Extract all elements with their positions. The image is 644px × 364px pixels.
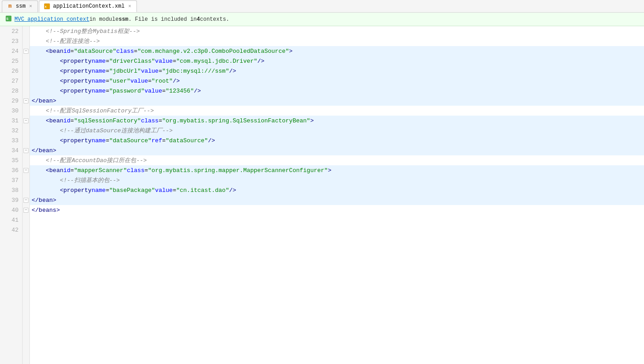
info-text-3: contexts. bbox=[200, 16, 230, 23]
fold-gutter-25 bbox=[23, 56, 29, 66]
line-num-37: 37 bbox=[0, 175, 22, 185]
line-num-35: 35 bbox=[0, 155, 22, 165]
fold-gutter-27 bbox=[23, 76, 29, 86]
fold-gutter-37 bbox=[23, 175, 29, 185]
fold-gutter-39[interactable]: − bbox=[23, 195, 29, 205]
line-num-30: 30 bbox=[0, 106, 22, 116]
code-line-35: <!--配置AccountDao接口所在包--> bbox=[30, 155, 644, 165]
code-area[interactable]: <!--Spring整合Mybatis框架--> <!--配置连接池--> <b… bbox=[30, 26, 644, 364]
line-num-38: 38 bbox=[0, 185, 22, 195]
code-line-28: <property name="password" value="123456"… bbox=[30, 86, 644, 96]
code-line-25: <property name="driverClass" value="com.… bbox=[30, 56, 644, 66]
code-line-24: <bean id="dataSource" class="com.mchange… bbox=[30, 46, 644, 56]
fold-button-31[interactable]: − bbox=[24, 118, 28, 123]
context-count: 4 bbox=[197, 16, 200, 23]
info-text-2: . File is included in bbox=[128, 16, 197, 23]
module-name: ssm bbox=[118, 16, 128, 23]
line-num-41: 41 bbox=[0, 215, 22, 225]
fold-gutter-40[interactable]: − bbox=[23, 205, 29, 215]
info-bar: S MVC application context in module ssm … bbox=[0, 13, 644, 26]
line-num-36: 36 bbox=[0, 165, 22, 175]
line-numbers: 2223242526272829303132333435363738394041… bbox=[0, 26, 23, 364]
svg-text:x: x bbox=[45, 5, 47, 8]
tab-ssm[interactable]: m ssm × bbox=[2, 0, 38, 12]
line-num-34: 34 bbox=[0, 145, 22, 155]
fold-button-24[interactable]: − bbox=[24, 49, 28, 54]
code-line-31: <bean id="sqlSessionFactory" class="org.… bbox=[30, 116, 644, 126]
tab-ssm-close[interactable]: × bbox=[28, 3, 33, 9]
fold-gutter-33 bbox=[23, 135, 29, 145]
code-line-33: <property name="dataSource" ref="dataSou… bbox=[30, 135, 644, 145]
line-num-28: 28 bbox=[0, 86, 22, 96]
line-num-42: 42 bbox=[0, 225, 22, 235]
fold-gutter-24[interactable]: − bbox=[23, 46, 29, 56]
info-text-1: in module bbox=[89, 16, 119, 23]
line-num-31: 31 bbox=[0, 116, 22, 126]
fold-gutter-23 bbox=[23, 36, 29, 46]
tab-applicationcontext[interactable]: x applicationContext.xml × bbox=[39, 0, 137, 12]
code-line-41 bbox=[30, 215, 644, 225]
line-num-33: 33 bbox=[0, 135, 22, 145]
code-line-36: <bean id="mapperScanner" class="org.myba… bbox=[30, 165, 644, 175]
fold-gutter-42 bbox=[23, 225, 29, 235]
fold-gutter-29[interactable]: − bbox=[23, 96, 29, 106]
fold-gutter-22 bbox=[23, 26, 29, 36]
tab-applicationcontext-close[interactable]: × bbox=[127, 3, 132, 9]
code-line-26: <property name="jdbcUrl" value="jdbc:mys… bbox=[30, 66, 644, 76]
fold-button-36[interactable]: − bbox=[24, 168, 28, 173]
svg-text:S: S bbox=[6, 17, 9, 20]
code-line-29: </bean> bbox=[30, 96, 644, 106]
line-num-24: 24 bbox=[0, 46, 22, 56]
editor: 2223242526272829303132333435363738394041… bbox=[0, 26, 644, 364]
info-bar-icon: S bbox=[5, 15, 12, 23]
code-line-37: <!--扫描基本的包--> bbox=[30, 175, 644, 185]
fold-gutter-32 bbox=[23, 126, 29, 135]
xml-icon: x bbox=[44, 3, 50, 9]
tab-ssm-label: ssm bbox=[16, 3, 26, 9]
code-line-39: </bean> bbox=[30, 195, 644, 205]
line-num-22: 22 bbox=[0, 26, 22, 36]
line-num-27: 27 bbox=[0, 76, 22, 86]
line-num-26: 26 bbox=[0, 66, 22, 76]
code-line-27: <property name="user" value="root"/> bbox=[30, 76, 644, 86]
code-line-34: </bean> bbox=[30, 145, 644, 155]
fold-gutter-35 bbox=[23, 155, 29, 165]
fold-gutter-31[interactable]: − bbox=[23, 116, 29, 126]
code-line-42 bbox=[30, 225, 644, 235]
fold-gutter-38 bbox=[23, 185, 29, 195]
line-num-29: 29 bbox=[0, 96, 22, 106]
fold-button-29[interactable]: − bbox=[24, 98, 28, 103]
code-line-23: <!--配置连接池--> bbox=[30, 36, 644, 46]
fold-button-40[interactable]: − bbox=[24, 208, 28, 213]
line-num-25: 25 bbox=[0, 56, 22, 66]
tab-bar: m ssm × x applicationContext.xml × bbox=[0, 0, 644, 13]
m-icon: m bbox=[7, 3, 13, 9]
code-line-22: <!--Spring整合Mybatis框架--> bbox=[30, 26, 644, 36]
line-num-23: 23 bbox=[0, 36, 22, 46]
code-line-38: <property name="basePackage" value="cn.i… bbox=[30, 185, 644, 195]
fold-gutter: −−−−−−− bbox=[23, 26, 30, 364]
mvc-context-link[interactable]: MVC application context bbox=[14, 16, 89, 23]
line-num-39: 39 bbox=[0, 195, 22, 205]
fold-gutter-28 bbox=[23, 86, 29, 96]
fold-button-39[interactable]: − bbox=[24, 198, 28, 203]
fold-gutter-34[interactable]: − bbox=[23, 145, 29, 155]
fold-gutter-26 bbox=[23, 66, 29, 76]
code-line-32: <!--通过dataSource连接池构建工厂--> bbox=[30, 126, 644, 135]
fold-gutter-30 bbox=[23, 106, 29, 116]
line-num-32: 32 bbox=[0, 126, 22, 135]
code-line-30: <!--配置SqlSessionFactory工厂--> bbox=[30, 106, 644, 116]
tab-applicationcontext-label: applicationContext.xml bbox=[53, 3, 124, 9]
fold-gutter-41 bbox=[23, 215, 29, 225]
code-line-40: </beans> bbox=[30, 205, 644, 215]
line-num-40: 40 bbox=[0, 205, 22, 215]
fold-gutter-36[interactable]: − bbox=[23, 165, 29, 175]
fold-button-34[interactable]: − bbox=[24, 148, 28, 153]
